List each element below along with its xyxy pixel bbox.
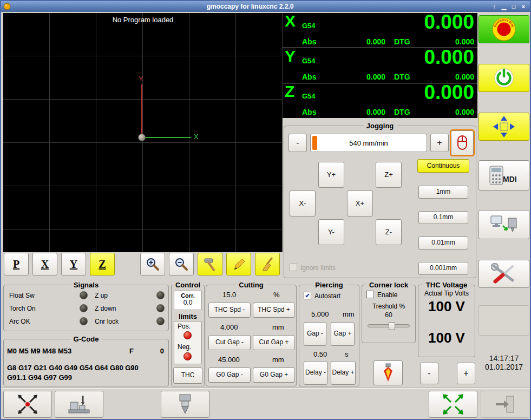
autostart-checkbox[interactable]: ✔: [304, 292, 311, 299]
jog-speed-minus-button[interactable]: -: [289, 134, 307, 152]
settings-button[interactable]: [478, 260, 529, 288]
blockheight-button[interactable]: [55, 391, 103, 418]
increment-1mm-button[interactable]: 1mm: [418, 186, 468, 199]
machine-on-button[interactable]: [478, 64, 529, 92]
axis-value: 0.000: [424, 46, 474, 69]
jog-speed-plus-button[interactable]: +: [430, 134, 449, 152]
threshold-slider[interactable]: [368, 324, 410, 327]
signals-title: Signals: [71, 281, 101, 289]
dro-axis-y[interactable]: Y G54 0.000 Abs 0.000 DTG 0.000: [283, 48, 477, 83]
g0-gap-plus-button[interactable]: G0 Gap +: [253, 368, 295, 383]
clear-plot-button[interactable]: [255, 253, 280, 275]
rollup-button[interactable]: ↑: [489, 3, 499, 10]
view-x-button[interactable]: X: [32, 253, 57, 275]
increment-continuous-button[interactable]: Continuous: [417, 159, 469, 173]
limits-box: Pos. Neg.: [174, 321, 202, 364]
pierce-gap-value: 5.000: [311, 310, 329, 318]
maximize-button[interactable]: □: [509, 3, 519, 10]
cut-gap-plus-button[interactable]: Cut Gap +: [253, 335, 295, 350]
pierce-gap-minus-button[interactable]: Gap -: [304, 322, 326, 346]
gmoccapy-window: gmoccapy for linuxcnc 2.2.0 ↑ ▁ □ × No P…: [0, 0, 531, 420]
volts-plus-button[interactable]: +: [457, 363, 475, 384]
jog-y-minus-button[interactable]: Y-: [318, 219, 344, 245]
mdi-mode-button[interactable]: MDI: [478, 160, 529, 191]
pierce-delay-minus-button[interactable]: Delay -: [304, 361, 327, 385]
clock-date: 01.01.2017: [478, 363, 529, 371]
touchoff-button[interactable]: [3, 391, 52, 418]
jog-x-plus-button[interactable]: X+: [347, 191, 373, 216]
window-icon: [3, 3, 11, 10]
jog-y-plus-button[interactable]: Y+: [318, 162, 344, 188]
jogging-title: Jogging: [364, 122, 397, 130]
abs-value: 0.000: [331, 73, 385, 81]
estop-button[interactable]: Emergency Stop: [478, 15, 529, 43]
active-g-codes: G8 G17 G21 G40 G49 G54 G64 G80 G90 G91.1…: [7, 363, 159, 382]
zoom-out-button[interactable]: [169, 253, 194, 275]
actual-volts-value: 100 V: [418, 298, 475, 315]
fullscreen-button[interactable]: [429, 391, 477, 418]
pierce-gap-unit: mm: [343, 310, 355, 318]
zoom-in-icon: [146, 257, 160, 271]
machine-setup-icon: [490, 214, 518, 235]
arc-ok-led: [80, 317, 88, 325]
toolchange-button[interactable]: [161, 391, 209, 418]
cutting-title: Cutting: [236, 281, 266, 289]
auto-mode-button[interactable]: [478, 210, 529, 239]
manual-mode-button[interactable]: [478, 113, 529, 141]
thc-spd-plus-button[interactable]: THC Spd +: [253, 303, 295, 318]
thc-spd-minus-button[interactable]: THC Spd -: [208, 303, 251, 318]
minimize-button[interactable]: ▁: [499, 3, 509, 10]
jog-x-minus-button[interactable]: X-: [290, 191, 316, 216]
jog-z-plus-button[interactable]: Z+: [376, 162, 402, 188]
axis-letter: Z: [285, 82, 294, 101]
ignore-limits-checkbox[interactable]: [290, 264, 297, 271]
zoom-in-button[interactable]: [140, 253, 165, 275]
jog-z-minus-button[interactable]: Z-: [376, 219, 402, 245]
volts-minus-button[interactable]: -: [420, 363, 438, 384]
abs-label: Abs: [302, 37, 316, 46]
view-p-button[interactable]: P: [4, 253, 29, 275]
enable-checkbox[interactable]: [366, 291, 374, 298]
titlebar[interactable]: gmoccapy for linuxcnc 2.2.0 ↑ ▁ □ ×: [1, 1, 530, 12]
jog-speed-slider[interactable]: 540 mm/min: [310, 134, 427, 152]
preview-message: No Program loaded: [3, 16, 283, 24]
cut-gap-minus-button[interactable]: Cut Gap -: [208, 335, 251, 350]
dtg-value: 0.000: [455, 37, 474, 46]
threshold-value: 60: [385, 311, 392, 319]
pierce-delay-value: 0.50: [313, 350, 327, 358]
signal-label: Cnr lock: [95, 318, 119, 325]
gcode-preview[interactable]: No Program loaded Y X: [3, 13, 283, 252]
pierce-delay-plus-button[interactable]: Delay +: [331, 361, 356, 385]
gcode-title: G-Code: [71, 335, 102, 343]
dtg-label: DTG: [394, 73, 410, 81]
torch-button[interactable]: [373, 360, 403, 385]
axis-letter: X: [285, 12, 296, 30]
emergency-stop-icon: Emergency Stop: [491, 17, 516, 42]
threshold-slider-handle[interactable]: [389, 322, 395, 330]
jog-mouse-button[interactable]: [451, 130, 474, 155]
pierce-gap-plus-button[interactable]: Gap +: [331, 322, 355, 346]
coord-system-label: G54: [302, 57, 316, 65]
increment-001mm-button[interactable]: 0.01mm: [418, 237, 468, 250]
tool-measure-button[interactable]: [198, 253, 222, 275]
close-button[interactable]: ×: [519, 3, 528, 10]
signal-label: Float Sw: [9, 292, 35, 299]
view-y-button[interactable]: Y: [61, 253, 86, 275]
thc-speed-value: 15.0: [222, 291, 236, 299]
view-z-button[interactable]: Z: [90, 253, 115, 275]
dro-axis-z[interactable]: Z G54 0.000 Abs 0.000 DTG 0.000: [283, 83, 477, 118]
increment-0001mm-button[interactable]: 0.001mm: [418, 262, 468, 275]
dtg-value: 0.000: [455, 73, 474, 81]
thc-button[interactable]: THC: [173, 368, 202, 384]
g0-gap-minus-button[interactable]: G0 Gap -: [208, 368, 251, 383]
y-axis-line: [141, 84, 142, 139]
signal-label: Arc OK: [9, 318, 30, 325]
pos-limit-led: [183, 331, 192, 339]
dro-axis-x[interactable]: X G54 0.000 Abs 0.000 DTG 0.000: [283, 13, 477, 48]
edit-gcode-button[interactable]: [226, 253, 251, 275]
abs-value: 0.000: [331, 108, 385, 116]
abs-label: Abs: [302, 73, 316, 81]
neg-label: Neg.: [178, 343, 191, 351]
increment-01mm-button[interactable]: 0.1mm: [418, 211, 468, 224]
origin-marker: [138, 134, 146, 141]
